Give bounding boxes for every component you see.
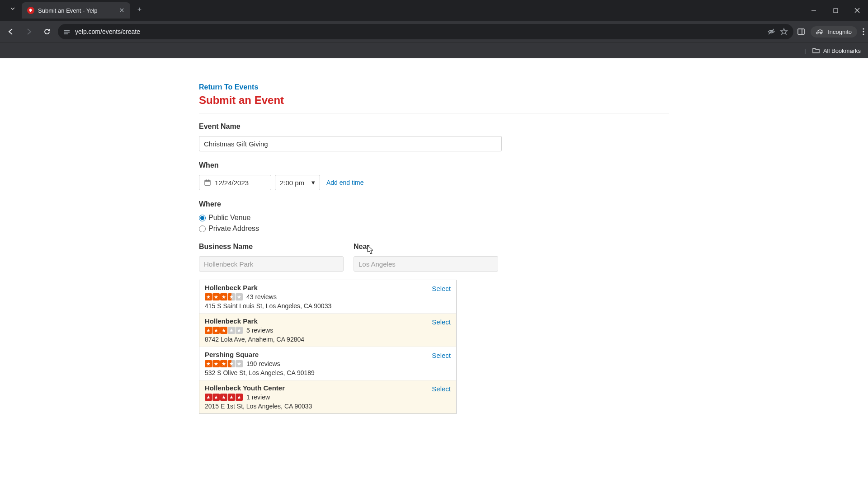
tab-title: Submit an Event - Yelp [38, 7, 115, 14]
public-venue-radio-input[interactable] [199, 215, 206, 221]
browser-tab[interactable]: ✱ Submit an Event - Yelp ✕ [22, 2, 130, 19]
all-bookmarks-button[interactable]: All Bookmarks [812, 47, 861, 54]
browser-tab-bar: ✱ Submit an Event - Yelp ✕ ＋ [0, 0, 868, 21]
svg-rect-13 [205, 180, 210, 185]
star-icon: ★ [228, 293, 235, 300]
review-count: 1 review [246, 394, 270, 401]
incognito-icon [816, 28, 824, 35]
browser-menu-icon[interactable] [863, 28, 864, 35]
star-icon: ★ [205, 394, 212, 401]
page-viewport: Restaurants▾ Home Services▾ Auto Service… [0, 58, 868, 488]
svg-point-11 [863, 31, 864, 32]
all-bookmarks-label: All Bookmarks [823, 47, 861, 54]
close-tab-icon[interactable]: ✕ [119, 6, 125, 14]
add-end-time-link[interactable]: Add end time [326, 179, 364, 186]
rating-stars: ★★★★★ [205, 327, 243, 334]
star-icon: ★ [205, 360, 212, 367]
review-count: 43 reviews [246, 293, 277, 300]
star-icon: ★ [220, 327, 227, 334]
incognito-badge[interactable]: Incognito [811, 26, 857, 38]
star-icon: ★ [236, 293, 243, 300]
venue-result-item: Hollenbeck Park★★★★★43 reviews415 S Sain… [199, 280, 456, 314]
tracking-icon[interactable] [767, 28, 775, 36]
rating-stars: ★★★★★ [205, 360, 243, 367]
rating-stars: ★★★★★ [205, 394, 243, 401]
address-bar[interactable]: yelp.com/events/create [58, 24, 793, 39]
calendar-icon [204, 179, 211, 186]
venue-results-list: Hollenbeck Park★★★★★43 reviews415 S Sain… [199, 280, 457, 414]
venue-address: 532 S Olive St, Los Angeles, CA 90189 [205, 369, 451, 376]
public-venue-radio[interactable]: Public Venue [199, 214, 669, 222]
new-tab-button[interactable]: ＋ [133, 3, 146, 15]
time-select[interactable]: 2:00 pm ▾ [275, 175, 320, 190]
star-icon: ★ [220, 394, 227, 401]
where-label: Where [199, 200, 669, 208]
back-button[interactable] [4, 24, 18, 39]
private-address-radio-input[interactable] [199, 225, 206, 232]
event-name-label: Event Name [199, 122, 669, 131]
venue-address: 415 S Saint Louis St, Los Angeles, CA 90… [205, 302, 451, 310]
select-venue-link[interactable]: Select [432, 352, 451, 359]
star-icon: ★ [236, 394, 243, 401]
site-info-icon[interactable] [63, 28, 71, 35]
select-venue-link[interactable]: Select [432, 385, 451, 393]
star-icon: ★ [236, 327, 243, 334]
near-label: Near [354, 243, 498, 251]
business-name-label: Business Name [199, 243, 344, 251]
svg-rect-8 [798, 29, 804, 34]
forward-button[interactable] [22, 24, 36, 39]
venue-name: Pershing Square [205, 351, 451, 358]
star-icon: ★ [212, 394, 220, 401]
star-icon: ★ [212, 327, 220, 334]
near-input[interactable] [354, 256, 498, 272]
star-icon: ★ [236, 360, 243, 367]
select-venue-link[interactable]: Select [432, 285, 451, 292]
select-venue-link[interactable]: Select [432, 318, 451, 326]
venue-name: Hollenbeck Youth Center [205, 384, 451, 392]
star-icon: ★ [228, 327, 235, 334]
when-label: When [199, 161, 669, 169]
event-name-input[interactable] [199, 136, 502, 151]
star-icon: ★ [205, 327, 212, 334]
svg-rect-6 [64, 33, 68, 34]
bookmark-star-icon[interactable] [780, 28, 788, 36]
date-input[interactable]: 12/24/2023 [199, 175, 271, 190]
review-count: 190 reviews [246, 360, 280, 367]
close-window-button[interactable] [846, 0, 868, 21]
reload-button[interactable] [40, 24, 54, 39]
venue-result-item: Hollenbeck Youth Center★★★★★1 review2015… [199, 380, 456, 413]
star-icon: ★ [205, 293, 212, 300]
date-value: 12/24/2023 [215, 179, 249, 187]
rating-stars: ★★★★★ [205, 293, 243, 300]
svg-point-10 [863, 28, 864, 29]
venue-name: Hollenbeck Park [205, 317, 451, 325]
url-text: yelp.com/events/create [75, 28, 763, 35]
venue-address: 8742 Lola Ave, Anaheim, CA 92804 [205, 336, 451, 343]
chevron-down-icon: ▾ [311, 178, 315, 187]
minimize-button[interactable] [803, 0, 825, 21]
star-icon: ★ [220, 293, 227, 300]
svg-point-12 [863, 33, 864, 35]
time-value: 2:00 pm [280, 179, 304, 187]
star-icon: ★ [212, 360, 220, 367]
venue-result-item: Pershing Square★★★★★190 reviews532 S Oli… [199, 347, 456, 380]
page-title: Submit an Event [199, 94, 669, 107]
tab-search-dropdown[interactable] [6, 2, 19, 15]
private-address-radio[interactable]: Private Address [199, 225, 669, 233]
review-count: 5 reviews [246, 327, 273, 334]
yelp-favicon-icon: ✱ [27, 7, 34, 14]
svg-rect-5 [64, 32, 70, 33]
side-panel-icon[interactable] [797, 28, 805, 36]
folder-icon [812, 47, 820, 54]
browser-toolbar: yelp.com/events/create Incognito [0, 21, 868, 42]
star-icon: ★ [220, 360, 227, 367]
maximize-button[interactable] [825, 0, 846, 21]
business-name-input[interactable] [199, 256, 344, 272]
return-to-events-link[interactable]: Return To Events [199, 83, 669, 91]
venue-address: 2015 E 1st St, Los Angeles, CA 90033 [205, 403, 451, 410]
star-icon: ★ [228, 360, 235, 367]
venue-result-item: Hollenbeck Park★★★★★5 reviews8742 Lola A… [199, 314, 456, 347]
svg-rect-1 [834, 9, 838, 13]
venue-name: Hollenbeck Park [205, 284, 451, 291]
svg-rect-4 [64, 30, 70, 31]
